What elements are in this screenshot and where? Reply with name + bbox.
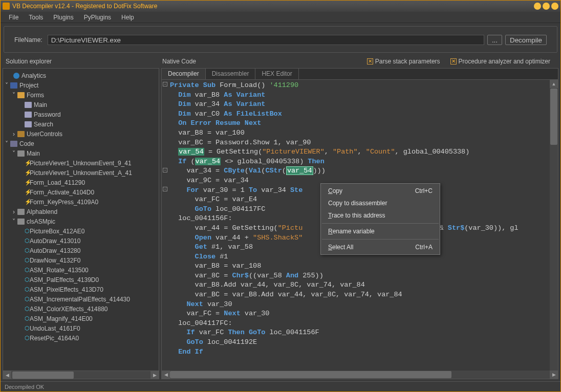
context-copy[interactable]: CopyCtrl+C: [321, 185, 440, 197]
filename-label: FileName:: [14, 36, 42, 43]
tree-event[interactable]: ⚡Form_KeyPress_4109A0: [3, 197, 159, 207]
menubar: File Tools Plugins PyPlugins Help: [1, 12, 560, 23]
context-copy-disassembler[interactable]: Copy to disassembler: [321, 197, 440, 209]
solution-explorer: Analytics ˅Project ˅Forms Main Password …: [3, 68, 159, 379]
menu-plugins[interactable]: Plugins: [48, 13, 78, 22]
titlebar: VB Decompiler v12.4 - Registered to DotF…: [1, 1, 560, 12]
tree-form-main[interactable]: Main: [3, 100, 159, 110]
scroll-left-icon[interactable]: ◀: [3, 371, 11, 379]
scroll-up-icon[interactable]: ▲: [550, 80, 558, 88]
tree-form-password[interactable]: Password: [3, 110, 159, 119]
tab-decompiler[interactable]: Decompiler: [162, 69, 206, 79]
tree-analytics[interactable]: Analytics: [3, 71, 159, 80]
tree-sub[interactable]: ⬡ResetPic_4164A0: [3, 333, 159, 343]
parse-stack-label: Parse stack parameters: [375, 58, 440, 65]
sub-icon: ⬡: [25, 296, 30, 302]
sub-icon: ⬡: [25, 325, 30, 332]
tree-scrollbar-h[interactable]: ◀ ▶: [3, 371, 159, 379]
bolt-icon: ⚡: [25, 189, 30, 195]
menu-pyplugins[interactable]: PyPlugins: [79, 13, 116, 22]
sub-icon: ⬡: [25, 335, 30, 341]
tree-sub[interactable]: ⬡UndoLast_4161F0: [3, 323, 159, 333]
tree-sub[interactable]: ⬡AutoDraw_413010: [3, 236, 159, 246]
scroll-thumb[interactable]: [170, 371, 451, 378]
sub-icon: ⬡: [25, 257, 30, 264]
context-separator: [322, 239, 439, 239]
tree-alphablend[interactable]: ›Alphablend: [3, 207, 159, 216]
analyzer-checkbox[interactable]: ✕ Procedure analyzer and optimizer: [450, 58, 550, 65]
maximize-button[interactable]: [543, 3, 550, 10]
tree-form-search[interactable]: Search: [3, 119, 159, 129]
tree-forms[interactable]: ˅Forms: [3, 90, 159, 100]
window-title: VB Decompiler v12.4 - Registered to DotF…: [12, 3, 157, 10]
scroll-right-icon[interactable]: ▶: [550, 371, 558, 379]
menu-file[interactable]: File: [4, 13, 24, 22]
bolt-icon: ⚡: [25, 179, 30, 186]
sub-icon: ⬡: [25, 237, 30, 244]
sub-icon: ⬡: [25, 315, 30, 322]
sub-icon: ⬡: [25, 247, 30, 254]
tree-sub[interactable]: ⬡ASM_IncrementalPalEffects_414430: [3, 294, 159, 304]
sub-icon: ⬡: [25, 286, 30, 293]
tree-usercontrols[interactable]: ›UserControls: [3, 129, 159, 139]
tree-event[interactable]: ⚡PictureViever1_UnknownEvent_9_41: [3, 158, 159, 168]
tree-sub[interactable]: ⬡DrawNow_4132F0: [3, 255, 159, 265]
bolt-icon: ⚡: [25, 199, 30, 205]
context-separator: [322, 223, 439, 224]
sub-icon: ⬡: [25, 267, 30, 273]
context-menu: CopyCtrl+C Copy to disassembler Trace to…: [320, 183, 440, 255]
tree-sub[interactable]: ⬡ASM_PixelEffects_413D70: [3, 285, 159, 294]
bolt-icon: ⚡: [25, 160, 30, 166]
tree-sub[interactable]: ⬡ASM_Rotate_413500: [3, 265, 159, 275]
tree: Analytics ˅Project ˅Forms Main Password …: [3, 69, 159, 371]
tree-event[interactable]: ⚡PictureViever1_UnknownEvent_A_41: [3, 168, 159, 178]
tree-code[interactable]: ˅Code: [3, 139, 159, 148]
tree-event[interactable]: ⚡Form_Activate_4104D0: [3, 187, 159, 197]
menu-help[interactable]: Help: [116, 13, 139, 22]
scroll-thumb[interactable]: [12, 372, 74, 379]
tree-code-main[interactable]: ˅Main: [3, 148, 159, 158]
parse-stack-checkbox[interactable]: ✕ Parse stack parameters: [367, 58, 440, 65]
close-button[interactable]: [551, 3, 558, 10]
tree-event[interactable]: ⚡Form_Load_411290: [3, 178, 159, 187]
sub-icon: ⬡: [25, 306, 30, 312]
editor-scrollbar-h[interactable]: ◀ ▶: [162, 371, 558, 379]
file-toolbar: FileName: ... Decompile: [4, 26, 557, 53]
context-rename[interactable]: Rename variable: [321, 225, 440, 237]
tree-sub[interactable]: ⬡ASM_PalEffects_4139D0: [3, 275, 159, 285]
menu-tools[interactable]: Tools: [24, 13, 48, 22]
bolt-icon: ⚡: [25, 169, 30, 176]
tree-sub[interactable]: ⬡ASM_ColorXEffects_414880: [3, 304, 159, 314]
analyzer-label: Procedure analyzer and optimizer: [459, 58, 550, 65]
tree-project[interactable]: ˅Project: [3, 80, 159, 90]
tree-sub[interactable]: ⬡ASM_Magnify_414E00: [3, 314, 159, 323]
tree-sub[interactable]: ⬡AutoDraw_413280: [3, 246, 159, 255]
browse-button[interactable]: ...: [487, 35, 502, 45]
checkbox-icon: ✕: [367, 58, 373, 64]
editor-scrollbar-v[interactable]: ▲: [550, 80, 558, 371]
panel-header-row: Solution explorer Native Code ✕ Parse st…: [1, 56, 560, 68]
statusbar: Decompiled OK: [1, 381, 560, 391]
editor-tabs: Decompiler Disassembler HEX Editor: [162, 69, 558, 80]
checkbox-icon: ✕: [450, 58, 457, 64]
tab-hex[interactable]: HEX Editor: [255, 69, 298, 79]
tab-disassembler[interactable]: Disassembler: [206, 69, 256, 79]
context-select-all[interactable]: Select AllCtrl+A: [321, 241, 440, 253]
tree-sub[interactable]: ⬡PictureBox_412AE0: [3, 226, 159, 236]
app-icon: [3, 3, 10, 10]
context-trace[interactable]: Trace to this address: [321, 209, 440, 222]
sub-icon: ⬡: [25, 276, 30, 283]
native-code-title: Native Code: [159, 58, 367, 65]
minimize-button[interactable]: [534, 3, 541, 10]
tree-clsasm[interactable]: ˅clsASMpic: [3, 216, 159, 226]
scroll-thumb[interactable]: [550, 89, 557, 145]
decompile-button[interactable]: Decompile: [505, 35, 547, 45]
solution-explorer-title: Solution explorer: [6, 58, 159, 65]
filename-input[interactable]: [48, 35, 484, 45]
status-text: Decompiled OK: [5, 384, 44, 390]
sub-icon: ⬡: [25, 228, 30, 234]
scroll-right-icon[interactable]: ▶: [150, 371, 159, 379]
scroll-left-icon[interactable]: ◀: [162, 371, 170, 379]
